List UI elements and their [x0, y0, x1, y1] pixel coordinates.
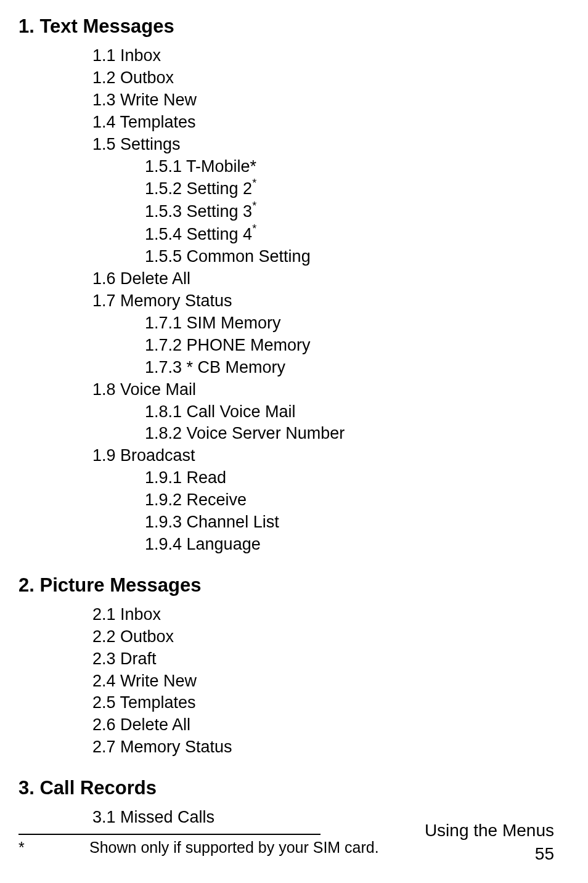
item-2-1: 2.1 Inbox — [92, 604, 554, 626]
item-1-1: 1.1 Inbox — [92, 45, 554, 67]
footnote-text: Shown only if supported by your SIM card… — [89, 839, 379, 857]
item-2-5: 2.5 Templates — [92, 692, 554, 714]
item-1-6: 1.6 Delete All — [92, 268, 554, 290]
item-1-5-1: 1.5.1 T-Mobile* — [145, 156, 554, 178]
item-1-5-3: 1.5.3 Setting 3* — [145, 200, 554, 223]
item-2-4: 2.4 Write New — [92, 670, 554, 693]
item-1-5-5: 1.5.5 Common Setting — [145, 246, 554, 268]
item-1-7: 1.7 Memory Status — [92, 290, 554, 312]
item-1-3: 1.3 Write New — [92, 89, 554, 112]
footnote-mark: * — [18, 839, 89, 857]
item-1-8-2: 1.8.2 Voice Server Number — [145, 423, 554, 445]
item-1-5-4: 1.5.4 Setting 4* — [145, 223, 554, 246]
item-1-9: 1.9 Broadcast — [92, 445, 554, 467]
section-3-heading: 3. Call Records — [18, 777, 554, 799]
page-number: 55 — [425, 842, 554, 866]
item-1-2: 1.2 Outbox — [92, 67, 554, 89]
footnote-ref-icon: * — [252, 200, 256, 212]
item-2-7: 2.7 Memory Status — [92, 736, 554, 759]
item-2-6: 2.6 Delete All — [92, 714, 554, 736]
item-1-4: 1.4 Templates — [92, 112, 554, 134]
footer-title: Using the Menus — [425, 819, 554, 842]
item-1-9-3: 1.9.3 Channel List — [145, 511, 554, 534]
item-1-9-1: 1.9.1 Read — [145, 467, 554, 489]
item-1-5-2: 1.5.2 Setting 2* — [145, 177, 554, 200]
item-1-8-1: 1.8.1 Call Voice Mail — [145, 401, 554, 423]
item-1-7-2: 1.7.2 PHONE Memory — [145, 335, 554, 357]
item-1-8: 1.8 Voice Mail — [92, 379, 554, 401]
footnote-divider — [18, 834, 321, 835]
item-1-7-3: 1.7.3 * CB Memory — [145, 357, 554, 379]
footnote-ref-icon: * — [252, 177, 256, 189]
section-1-heading: 1. Text Messages — [18, 15, 554, 38]
page-footer: Using the Menus 55 — [425, 819, 554, 866]
item-2-2: 2.2 Outbox — [92, 626, 554, 648]
item-1-7-1: 1.7.1 SIM Memory — [145, 312, 554, 335]
footnote-ref-icon: * — [252, 222, 256, 235]
item-1-9-2: 1.9.2 Receive — [145, 489, 554, 511]
item-1-5: 1.5 Settings — [92, 134, 554, 156]
section-2-heading: 2. Picture Messages — [18, 574, 554, 596]
item-1-9-4: 1.9.4 Language — [145, 534, 554, 556]
item-2-3: 2.3 Draft — [92, 648, 554, 670]
